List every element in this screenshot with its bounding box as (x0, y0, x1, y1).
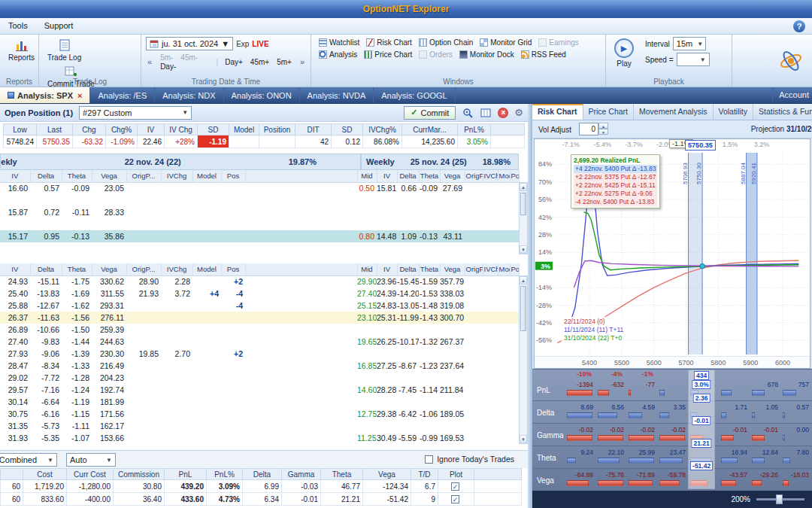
chain-cell[interactable]: -1.44 (62, 336, 92, 348)
chain-cell[interactable]: 19.85 (126, 348, 161, 360)
chain-cell[interactable] (126, 324, 161, 336)
chain-cell[interactable]: 28.33 (92, 206, 126, 218)
zoom-slider[interactable] (756, 498, 804, 500)
nav-45m+[interactable]: 45m+ (247, 56, 273, 68)
chain-cell[interactable] (483, 408, 498, 420)
chain-cell[interactable]: -4 (221, 287, 245, 300)
chain-cell[interactable] (192, 194, 221, 206)
chain-cell[interactable]: -0.09 (419, 182, 440, 194)
chain-cell[interactable] (192, 275, 221, 287)
fast-forward-icon[interactable]: » (298, 57, 306, 66)
chain-cell[interactable] (419, 420, 440, 432)
chain-cell[interactable]: 28.90 (126, 275, 161, 287)
chain-cell[interactable]: 189.05 (440, 408, 465, 420)
chain-cell[interactable]: 3.72 (161, 287, 192, 300)
chain-cell[interactable] (498, 275, 510, 287)
chain-cell[interactable] (498, 348, 510, 360)
chain-cell[interactable] (397, 194, 419, 206)
chain-cell[interactable] (510, 206, 519, 218)
chain-cell[interactable]: 267.37 (440, 336, 465, 348)
chain-cell[interactable] (221, 336, 245, 348)
chain-cell[interactable] (221, 384, 245, 396)
chain-cell[interactable] (498, 287, 510, 300)
chain-cell[interactable] (377, 206, 397, 218)
chain-cell[interactable]: -1.56 (62, 312, 92, 324)
chain-cell[interactable] (221, 420, 245, 432)
chain-cell[interactable] (357, 218, 377, 230)
chain-cell[interactable] (161, 242, 192, 254)
chain-cell[interactable]: +4 (192, 287, 221, 300)
chain-cell[interactable] (221, 182, 245, 194)
chain-cell[interactable] (483, 230, 498, 242)
chain-cell[interactable]: 29.38 (377, 408, 397, 420)
chain-cell[interactable]: -8.67 (397, 360, 419, 372)
chain-cell[interactable] (510, 218, 519, 230)
chain-cell[interactable] (498, 360, 510, 372)
chain-cell[interactable] (440, 396, 465, 408)
chain-cell[interactable]: 259.39 (92, 324, 126, 336)
chain-cell[interactable]: 162.17 (92, 420, 126, 432)
chain-cell[interactable]: -1.24 (62, 384, 92, 396)
chain-row[interactable]: 27.93-9.06-1.39230.3019.852.70+2 (0, 348, 519, 360)
combined-view-select[interactable]: Combined ▼ (0, 453, 57, 467)
scroll-thumb[interactable] (520, 286, 526, 331)
chain-cell[interactable] (465, 432, 483, 444)
chain-cell[interactable]: -0.11 (62, 206, 92, 218)
chain-cell[interactable]: -0.09 (62, 182, 92, 194)
chain-cell[interactable] (498, 432, 510, 444)
help-icon[interactable]: ? (793, 20, 805, 32)
chain-cell[interactable]: -1.14 (419, 384, 440, 396)
chain-cell[interactable] (221, 242, 245, 254)
plot-checkbox[interactable]: ✓ (451, 495, 459, 503)
chain-row[interactable]: 30.14-6.64-1.19181.99 (0, 396, 519, 408)
chain-cell[interactable] (161, 194, 192, 206)
rewind-icon[interactable]: « (146, 57, 153, 66)
chain-cell[interactable]: 25.15 (357, 300, 377, 312)
chain-cell[interactable]: 31.93 (0, 432, 30, 444)
chain-cell[interactable]: -1.15 (62, 408, 92, 420)
chain-cell[interactable] (498, 420, 510, 432)
chain-row[interactable]: 25.88-12.67-1.62293.31-425.1524.83-13.05… (0, 300, 519, 312)
chain-cell[interactable] (92, 218, 126, 230)
chain-cell[interactable]: 30.14 (0, 396, 30, 408)
chain-cell[interactable] (397, 396, 419, 408)
chain-cell[interactable]: -6.42 (397, 408, 419, 420)
chain-row[interactable] (0, 242, 519, 254)
chain-cell[interactable] (192, 230, 221, 242)
chain-cell[interactable]: -1.19 (62, 396, 92, 408)
chain-cell[interactable] (498, 408, 510, 420)
chain-cell[interactable]: 27.93 (0, 348, 30, 360)
chain-cell[interactable]: 0.80 (357, 230, 377, 242)
chain-cell[interactable] (161, 432, 192, 444)
chain-cell[interactable] (0, 242, 30, 254)
chain-cell[interactable] (161, 300, 192, 312)
chain-cell[interactable] (126, 242, 161, 254)
chain-row[interactable]: 31.93-5.35-1.07153.6611.2530.49-5.59-0.9… (0, 432, 519, 444)
chain-cell[interactable] (192, 396, 221, 408)
chain-cell[interactable]: -15.45 (397, 275, 419, 287)
chain-cell[interactable]: 16.60 (0, 182, 30, 194)
chain-cell[interactable]: 0.50 (357, 182, 377, 194)
chain-cell[interactable]: -15.11 (30, 275, 62, 287)
chain-cell[interactable]: -1.07 (62, 432, 92, 444)
chain-cell[interactable] (221, 360, 245, 372)
chain-cell[interactable] (510, 312, 519, 324)
speed-select[interactable]: ▼ (677, 53, 710, 66)
chain-cell[interactable] (465, 312, 483, 324)
chain-cell[interactable] (192, 348, 221, 360)
scroll-down-icon[interactable]: ▼ (520, 245, 527, 254)
chain-cell[interactable] (126, 384, 161, 396)
chain-cell[interactable]: -9.83 (30, 336, 62, 348)
chain-cell[interactable] (483, 194, 498, 206)
ignore-todays-trades-checkbox[interactable] (425, 455, 433, 464)
chain-cell[interactable] (510, 360, 519, 372)
chain-cell[interactable] (192, 372, 221, 384)
tab-analysis-nvda[interactable]: Analysis: NVDA (300, 87, 374, 103)
chain-cell[interactable]: 23.05 (92, 182, 126, 194)
chain-cell[interactable]: -13.05 (397, 300, 419, 312)
chain-cell[interactable] (483, 420, 498, 432)
chain-cell[interactable]: 237.64 (440, 360, 465, 372)
chain-cell[interactable]: -7.45 (397, 384, 419, 396)
tab-analysis-spx[interactable]: Analysis: SPX× (0, 87, 90, 103)
chain-cell[interactable] (465, 372, 483, 384)
